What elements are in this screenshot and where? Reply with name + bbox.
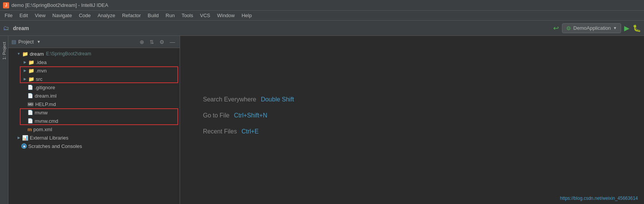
key-recent-files: Ctrl+E [242, 128, 259, 135]
project-panel-arrow[interactable]: ▼ [37, 40, 40, 44]
arrow-external-libs: ▶ [16, 135, 21, 140]
file-mvnwcmd-icon: 📄 [27, 118, 33, 124]
project-panel-header: ▤ Project ▼ ⊕ ⇅ ⚙ — [8, 36, 180, 48]
toolbar: 🗂 dream ↩ ⚙ DemoApplication ▼ ▶ 🐛 [0, 21, 644, 36]
menu-file[interactable]: File [2, 11, 16, 19]
label-pom: pom.xml [34, 127, 52, 132]
file-md-icon: MD [27, 102, 34, 106]
folder-src-icon: 📁 [28, 76, 34, 82]
minimize-icon[interactable]: — [168, 38, 177, 46]
project-panel: ▤ Project ▼ ⊕ ⇅ ⚙ — ▼ 📁 dream E:\SpringB… [8, 36, 180, 204]
tree-item-pom[interactable]: m pom.xml [8, 125, 180, 133]
spring-boot-icon: ⚙ [566, 25, 571, 31]
menu-help[interactable]: Help [238, 11, 255, 19]
app-icon: J [3, 2, 9, 8]
key-search-everywhere: Double Shift [261, 96, 294, 103]
scratches-icon: ◉ [21, 143, 27, 149]
project-panel-title: Project [18, 39, 34, 45]
label-iml: dream.iml [35, 93, 56, 99]
tree-item-scratches[interactable]: ◉ Scratches and Consoles [8, 142, 180, 150]
tree-item-iml[interactable]: 📄 dream.iml [8, 92, 180, 100]
bottom-url[interactable]: https://blog.csdn.net/weixin_45663614 [560, 196, 638, 201]
label-dream: dream [30, 51, 44, 57]
menu-window[interactable]: Window [214, 11, 238, 19]
label-mvn: .mvn [36, 68, 47, 74]
shortcut-recent-files: Recent Files Ctrl+E [203, 128, 259, 135]
label-gitignore: .gitignore [35, 85, 55, 90]
project-side-tab[interactable]: 1: Project [0, 39, 8, 63]
label-mvnwcmd: mvnw.cmd [35, 118, 58, 124]
external-libs-icon: 📊 [22, 135, 28, 141]
run-button[interactable]: ▶ [624, 24, 630, 32]
collapse-icon[interactable]: ⇅ [148, 38, 156, 46]
editor-area: Search Everywhere Double Shift Go to Fil… [180, 36, 644, 204]
back-arrow-icon[interactable]: ↩ [553, 24, 559, 32]
arrow-dream: ▼ [16, 51, 21, 56]
tree-item-mvnw[interactable]: 📄 mvnw [8, 108, 180, 117]
locate-icon[interactable]: ⊕ [138, 38, 146, 46]
folder-dream-icon: 📁 [22, 51, 28, 57]
label-scratches: Scratches and Consoles [28, 143, 82, 149]
tree-item-external-libs[interactable]: ▶ 📊 External Libraries [8, 133, 180, 142]
shortcut-search-everywhere: Search Everywhere Double Shift [203, 96, 294, 103]
arrow-src: ▶ [22, 76, 27, 82]
dropdown-arrow-icon: ▼ [613, 26, 617, 30]
menu-edit[interactable]: Edit [16, 11, 31, 19]
title-bar: J demo [E:\SpringBoot2\dream] - IntelliJ… [0, 0, 644, 11]
tree-item-src[interactable]: ▶ 📁 src [8, 75, 180, 83]
file-pom-icon: m [27, 127, 32, 132]
label-helpmd: HELP.md [35, 101, 56, 107]
tree-item-mvn[interactable]: ▶ 📁 .mvn [8, 66, 180, 75]
debug-button[interactable]: 🐛 [633, 24, 641, 32]
main-content: 1: Project ▤ Project ▼ ⊕ ⇅ ⚙ — ▼ 📁 dream… [0, 36, 644, 204]
settings-icon[interactable]: ⚙ [158, 38, 166, 46]
menu-bar: File Edit View Navigate Code Analyze Ref… [0, 11, 644, 21]
tree-item-mvnwcmd[interactable]: 📄 mvnw.cmd [8, 117, 180, 125]
tree-item-dream[interactable]: ▼ 📁 dream E:\SpringBoot2\dream [8, 50, 180, 58]
menu-vcs[interactable]: VCS [197, 11, 213, 19]
tree-item-helpmd[interactable]: MD HELP.md [8, 100, 180, 108]
menu-tools[interactable]: Tools [179, 11, 196, 19]
label-idea: .idea [36, 59, 47, 65]
run-config-label: DemoApplication [573, 25, 611, 31]
shortcut-go-to-file: Go to File Ctrl+Shift+N [203, 112, 267, 119]
project-folder-icon: 🗂 [3, 25, 9, 32]
file-gitignore-icon: 📄 [27, 85, 33, 90]
menu-run[interactable]: Run [163, 11, 178, 19]
arrow-mvn: ▶ [22, 68, 27, 73]
label-search-everywhere: Search Everywhere [203, 96, 256, 103]
side-panel-tabs: 1: Project [0, 36, 8, 204]
arrow-idea: ▶ [22, 59, 27, 65]
label-recent-files: Recent Files [203, 128, 237, 135]
menu-navigate[interactable]: Navigate [49, 11, 75, 19]
label-go-to-file: Go to File [203, 112, 229, 119]
folder-mvn-icon: 📁 [28, 68, 34, 74]
project-panel-icon: ▤ [11, 39, 16, 45]
label-src: src [36, 76, 42, 82]
toolbar-right: ↩ ⚙ DemoApplication ▼ ▶ 🐛 [553, 23, 641, 33]
label-external-libs: External Libraries [30, 135, 68, 141]
label-mvnw: mvnw [35, 110, 48, 116]
menu-build[interactable]: Build [145, 11, 162, 19]
menu-code[interactable]: Code [76, 11, 94, 19]
key-go-to-file: Ctrl+Shift+N [234, 112, 267, 119]
run-config-dropdown[interactable]: ⚙ DemoApplication ▼ [562, 23, 621, 33]
file-tree: ▼ 📁 dream E:\SpringBoot2\dream ▶ 📁 .idea… [8, 48, 180, 204]
file-mvnw-icon: 📄 [27, 110, 33, 115]
file-iml-icon: 📄 [27, 93, 33, 98]
folder-idea-icon: 📁 [28, 59, 34, 65]
path-dream: E:\SpringBoot2\dream [46, 51, 91, 56]
tree-item-idea[interactable]: ▶ 📁 .idea [8, 58, 180, 66]
tree-item-gitignore[interactable]: 📄 .gitignore [8, 83, 180, 92]
toolbar-project-label: dream [13, 25, 29, 31]
menu-refactor[interactable]: Refactor [119, 11, 144, 19]
menu-analyze[interactable]: Analyze [95, 11, 118, 19]
menu-view[interactable]: View [32, 11, 48, 19]
window-title: demo [E:\SpringBoot2\dream] - IntelliJ I… [11, 2, 108, 8]
